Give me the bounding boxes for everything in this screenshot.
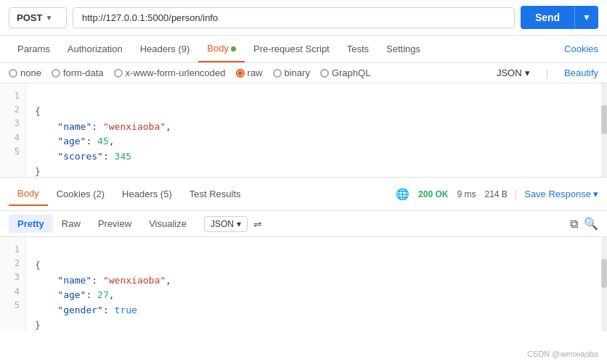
tab-body[interactable]: Body: [198, 36, 245, 62]
body-type-form-data[interactable]: form-data: [52, 67, 104, 78]
none-radio: [9, 69, 17, 78]
body-type-raw[interactable]: raw: [236, 67, 263, 78]
view-tab-visualize[interactable]: Visualize: [140, 215, 195, 233]
tab-authorization[interactable]: Authorization: [59, 36, 131, 62]
save-response-label: Save Response: [524, 189, 591, 199]
body-dot: [231, 46, 236, 51]
raw-radio: [236, 69, 245, 78]
view-tab-pretty[interactable]: Pretty: [9, 215, 53, 233]
url-input[interactable]: [73, 7, 515, 28]
view-tab-raw[interactable]: Raw: [53, 215, 89, 233]
resp-tab-cookies[interactable]: Cookies (2): [48, 183, 113, 205]
tab-tests[interactable]: Tests: [338, 36, 378, 62]
top-bar: POST ▼ Send ▼: [0, 0, 607, 36]
tab-pre-request[interactable]: Pre-request Script: [245, 36, 338, 62]
save-response-chevron: ▾: [593, 189, 598, 199]
request-scrollbar[interactable]: [601, 83, 607, 177]
urlencoded-radio: [114, 69, 123, 78]
request-line-numbers: 1 2 3 4 5: [0, 83, 26, 177]
send-button[interactable]: Send: [521, 6, 574, 29]
request-tabs: Params Authorization Headers (9) Body Pr…: [0, 36, 607, 63]
status-code: 200 OK: [418, 189, 448, 199]
body-type-binary[interactable]: binary: [273, 67, 310, 78]
status-info: 🌐 200 OK 9 ms 214 B: [396, 188, 508, 201]
resp-tab-headers[interactable]: Headers (5): [113, 183, 181, 205]
response-header: Body Cookies (2) Headers (5) Test Result…: [0, 178, 607, 211]
body-type-row: none form-data x-www-form-urlencoded raw…: [0, 63, 607, 83]
method-select[interactable]: POST ▼: [9, 7, 67, 28]
resp-tab-test-results[interactable]: Test Results: [181, 183, 250, 205]
body-type-urlencoded[interactable]: x-www-form-urlencoded: [114, 67, 226, 78]
form-data-radio: [52, 69, 60, 78]
response-body-content: { "name": "wenxiaoba", "age": 27, "gende…: [26, 237, 607, 331]
binary-radio: [273, 69, 282, 78]
format-select[interactable]: JSON ▾: [497, 67, 530, 78]
method-label: POST: [17, 12, 42, 23]
beautify-button[interactable]: Beautify: [564, 67, 598, 78]
save-response-button[interactable]: Save Response ▾: [524, 189, 598, 199]
body-type-graphql[interactable]: GraphQL: [320, 67, 370, 78]
filter-icon[interactable]: ⇌: [253, 218, 262, 230]
method-chevron-icon: ▼: [45, 14, 52, 22]
response-line-numbers: 1 2 3 4 5: [0, 237, 26, 331]
watermark: CSDN @wenxiaoba: [527, 349, 598, 358]
tab-settings[interactable]: Settings: [378, 36, 429, 62]
resp-view-row: Pretty Raw Preview Visualize JSON ▾ ⇌ ⧉ …: [0, 211, 607, 237]
response-scrollbar-thumb: [601, 259, 607, 288]
copy-button[interactable]: ⧉: [570, 218, 578, 231]
body-type-none[interactable]: none: [9, 67, 41, 78]
send-btn-group: Send ▼: [521, 6, 598, 29]
resp-format-chevron: ▾: [237, 219, 241, 229]
resp-actions: ⧉ 🔍: [570, 217, 598, 231]
graphql-radio: [320, 69, 329, 78]
cookies-link[interactable]: Cookies: [564, 36, 598, 62]
response-code-editor: 1 2 3 4 5 { "name": "wenxiaoba", "age": …: [0, 237, 607, 331]
globe-icon: 🌐: [396, 188, 410, 201]
resp-tab-body[interactable]: Body: [9, 182, 48, 206]
tab-params[interactable]: Params: [9, 36, 59, 62]
tab-headers[interactable]: Headers (9): [131, 36, 199, 62]
format-label: JSON: [497, 67, 522, 78]
response-scrollbar[interactable]: [601, 237, 607, 331]
request-code-editor: 1 2 3 4 5 { "name": "wenxiaoba", "age": …: [0, 83, 607, 178]
request-scrollbar-thumb: [601, 105, 607, 134]
send-arrow-button[interactable]: ▼: [574, 6, 598, 29]
search-button[interactable]: 🔍: [584, 217, 598, 231]
format-chevron-icon: ▾: [525, 67, 530, 78]
resp-format-select[interactable]: JSON ▾: [204, 216, 248, 232]
status-size: 214 B: [484, 189, 507, 199]
request-body-content[interactable]: { "name": "wenxiaoba", "age": 45, "score…: [26, 83, 607, 177]
status-time: 9 ms: [457, 189, 476, 199]
view-tab-preview[interactable]: Preview: [89, 215, 140, 233]
resp-format-label: JSON: [211, 219, 234, 229]
